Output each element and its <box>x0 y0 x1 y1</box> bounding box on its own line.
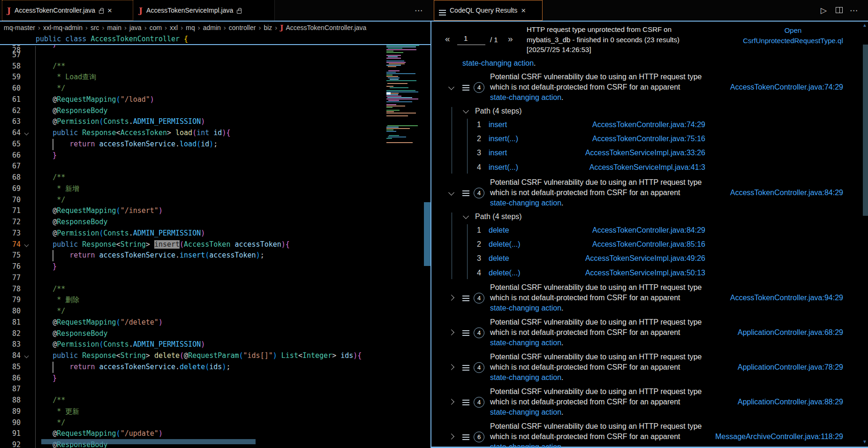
next-result-button[interactable]: » <box>508 34 513 44</box>
code-line[interactable]: 66 } <box>0 150 431 161</box>
tab-accesstokenserviceimpl[interactable]: J AccessTokenServiceImpl.java <box>134 0 275 21</box>
step-location-link[interactable]: AccessTokenController.java:85:16 <box>565 240 705 249</box>
code-line[interactable]: 64 public Response<AccessToken> load(int… <box>0 128 431 139</box>
code-line[interactable]: 91 @RequestMapping("/update") <box>0 428 431 440</box>
result-list-icon[interactable] <box>462 85 469 86</box>
code-line[interactable]: 75 return accessTokenService.insert(acce… <box>0 250 431 261</box>
code-line[interactable]: 84 public Response<String> delete(@Reque… <box>0 350 431 362</box>
code-line[interactable]: 68 /** <box>0 172 431 183</box>
code-line[interactable]: 89 * 更新 <box>0 406 431 418</box>
breadcrumb-item[interactable]: com <box>150 24 162 31</box>
open-query-file-link[interactable]: Open CsrfUnprotectedRequestType.ql <box>723 25 863 46</box>
breadcrumb-item[interactable]: mq-master <box>4 24 35 31</box>
result-location-link[interactable]: ApplicationController.java:78:29 <box>679 362 843 372</box>
step-label-link[interactable]: delete(...) <box>489 240 521 249</box>
result-list-icon[interactable] <box>462 400 469 401</box>
code-line[interactable]: 79 * 删除 <box>0 295 431 306</box>
result-list-icon[interactable] <box>462 434 469 435</box>
step-label-link[interactable]: insert(...) <box>489 163 518 172</box>
step-location-link[interactable]: AccessTokenServiceImpl.java:41:3 <box>565 163 705 172</box>
breadcrumb-item[interactable]: xxl-mq-admin <box>43 24 83 31</box>
code-line[interactable]: 69 * 新增 <box>0 183 431 195</box>
code-line[interactable]: 71 @RequestMapping("/insert") <box>0 205 431 217</box>
state-changing-action-link[interactable]: state-changing action <box>462 59 534 67</box>
state-changing-action-link[interactable]: state-changing action <box>490 373 561 381</box>
code-line[interactable]: 82 @ResponseBody <box>0 328 431 340</box>
code-line[interactable]: 83 @Permission(Consts.ADMIN_PERMISSION) <box>0 339 431 350</box>
code-line[interactable]: 63 @Permission(Consts.ADMIN_PERMISSION) <box>0 116 431 128</box>
breadcrumb-item[interactable]: java <box>129 24 142 31</box>
step-location-link[interactable]: AccessTokenServiceImpl.java:49:26 <box>565 254 705 263</box>
code-line[interactable]: 72 @ResponseBody <box>0 217 431 228</box>
breadcrumb-item[interactable]: main <box>107 24 121 31</box>
code-line[interactable]: 61 @RequestMapping("/load") <box>0 94 431 106</box>
sticky-scroll-line[interactable]: 28 public class AccessTokenController { <box>0 34 430 45</box>
step-location-link[interactable]: AccessTokenController.java:74:29 <box>565 121 705 129</box>
result-location-link[interactable]: AccessTokenController.java:94:29 <box>679 293 843 303</box>
breadcrumb-item[interactable]: xxl <box>170 24 178 31</box>
close-tab-icon[interactable]: × <box>107 7 112 15</box>
result-location-link[interactable]: ApplicationController.java:68:29 <box>679 327 843 338</box>
editor-horizontal-scrollbar[interactable] <box>41 439 256 444</box>
result-list-icon[interactable] <box>462 296 469 296</box>
more-actions-icon[interactable]: ⋯ <box>850 6 858 15</box>
path-header-label[interactable]: Path (4 steps) <box>475 106 522 116</box>
code-line[interactable]: 67 <box>0 161 431 172</box>
step-location-link[interactable]: AccessTokenController.java:84:29 <box>565 226 705 235</box>
path-header-label[interactable]: Path (4 steps) <box>475 212 522 222</box>
run-query-icon[interactable]: ▷ <box>821 6 827 15</box>
scroll-down-icon[interactable]: ▼ <box>862 439 867 444</box>
code-line[interactable]: 88 /** <box>0 395 431 406</box>
prev-result-button[interactable]: « <box>445 34 450 44</box>
code-line[interactable]: 57 <box>0 50 431 61</box>
code-line[interactable]: 59 * Load查询 <box>0 72 431 83</box>
code-line[interactable]: 78 /** <box>0 284 431 295</box>
panel-vertical-scrollbar[interactable] <box>863 45 868 216</box>
code-line[interactable]: 74 public Response<String> insert(Access… <box>0 239 431 251</box>
step-label-link[interactable]: delete <box>489 226 509 235</box>
fold-chevron-icon[interactable] <box>24 354 29 358</box>
breadcrumb-item[interactable]: src <box>91 24 99 31</box>
step-label-link[interactable]: delete(...) <box>489 269 521 277</box>
step-label-link[interactable]: insert <box>489 149 507 157</box>
tab-codeql-query-results[interactable]: CodeQL Query Results × <box>434 0 543 21</box>
breadcrumb-item[interactable]: controller <box>229 24 256 31</box>
code-line[interactable]: 80 */ <box>0 306 431 317</box>
step-location-link[interactable]: AccessTokenServiceImpl.java:33:26 <box>565 149 705 157</box>
result-location-link[interactable]: AccessTokenController.java:84:29 <box>679 188 843 198</box>
code-line[interactable]: 81 @RequestMapping("/delete") <box>0 317 431 328</box>
code-line[interactable]: 60 */ <box>0 83 431 94</box>
result-list-icon[interactable] <box>462 330 469 331</box>
code-line[interactable]: 77 <box>0 273 431 284</box>
code-line[interactable]: 73 @Permission(Consts.ADMIN_PERMISSION) <box>0 228 431 239</box>
editor-overflow-icon[interactable]: ⋯ <box>415 6 423 15</box>
code-line[interactable]: 90 */ <box>0 418 431 429</box>
result-location-link[interactable]: MessageArchiveController.java:118:29 <box>679 432 843 442</box>
breadcrumb-item[interactable]: admin <box>203 24 221 31</box>
code-line[interactable]: 65 return accessTokenService.load(id); <box>0 139 431 150</box>
code-line[interactable]: 87 <box>0 384 431 395</box>
breadcrumb-item[interactable]: biz <box>264 24 272 31</box>
state-changing-action-link[interactable]: state-changing action <box>490 339 561 347</box>
result-list-icon[interactable] <box>462 365 469 366</box>
code-line[interactable]: 62 @ResponseBody <box>0 106 431 117</box>
step-location-link[interactable]: AccessTokenServiceImpl.java:50:13 <box>565 269 705 277</box>
code-line[interactable]: 58 /** <box>0 61 431 72</box>
state-changing-action-link[interactable]: state-changing action <box>490 443 561 448</box>
result-location-link[interactable]: ApplicationController.java:88:29 <box>679 397 843 407</box>
code-line[interactable]: 86 } <box>0 373 431 384</box>
tab-accesstokencontroller[interactable]: J AccessTokenController.java × <box>2 0 133 21</box>
state-changing-action-link[interactable]: state-changing action <box>490 304 561 312</box>
code-line[interactable]: 76 } <box>0 261 431 273</box>
breadcrumb-file[interactable]: AccessTokenController.java <box>286 24 366 31</box>
state-changing-action-link[interactable]: state-changing action <box>490 408 561 416</box>
state-changing-action-link[interactable]: state-changing action <box>490 93 561 101</box>
fold-chevron-icon[interactable] <box>24 242 29 247</box>
editor-vertical-scrollbar[interactable] <box>424 202 430 266</box>
step-label-link[interactable]: delete <box>489 254 509 263</box>
scroll-up-icon[interactable]: ▲ <box>862 23 867 28</box>
fold-chevron-icon[interactable] <box>24 131 29 136</box>
page-number-input[interactable]: 1 <box>457 33 485 45</box>
step-label-link[interactable]: insert(...) <box>489 135 518 143</box>
split-editor-icon[interactable] <box>836 7 843 13</box>
